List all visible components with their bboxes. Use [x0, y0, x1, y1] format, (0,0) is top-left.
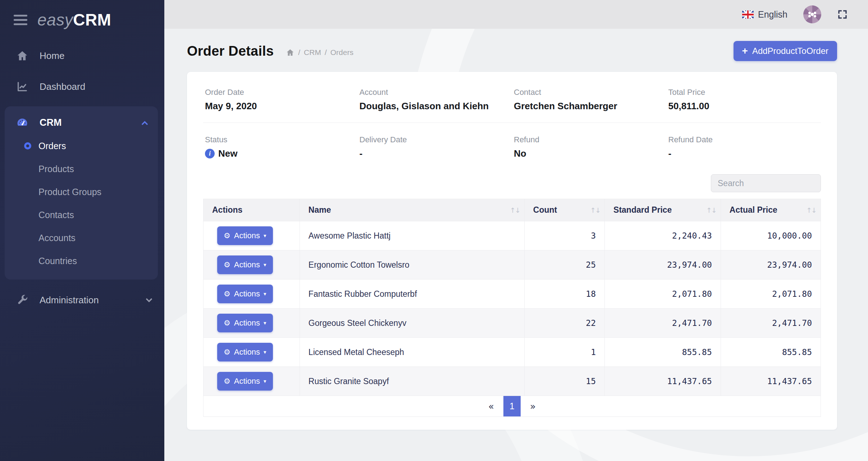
info-icon[interactable]: i: [205, 149, 215, 158]
caret-down-icon: ▾: [264, 233, 266, 239]
standard-price-cell: 2,240.43: [605, 221, 721, 250]
field-label: Refund Date: [668, 135, 821, 144]
count-cell: 15: [524, 367, 604, 396]
chevron-down-icon: [146, 296, 152, 302]
caret-down-icon: ▾: [264, 350, 266, 355]
sidebar-item-label: Countries: [38, 256, 77, 266]
count-cell: 3: [524, 221, 604, 250]
pagination: « 1 »: [203, 396, 821, 417]
field-value: i New: [205, 148, 358, 159]
pagination-prev-button[interactable]: «: [479, 396, 503, 416]
actual-price-cell: 23,974.00: [721, 250, 821, 280]
sort-icon: ↑↓: [806, 206, 816, 214]
sidebar-item-label: Product Groups: [38, 187, 101, 197]
pagination-next-button[interactable]: »: [521, 396, 545, 416]
field-value: No: [514, 148, 667, 159]
count-cell: 1: [524, 338, 604, 367]
sidebar-item-label: Administration: [40, 295, 99, 306]
sidebar-item-home[interactable]: Home: [0, 45, 164, 67]
sidebar-item-products[interactable]: Products: [5, 157, 158, 180]
row-actions-button[interactable]: ⚙Actions▾: [217, 314, 273, 332]
sidebar-item-product-groups[interactable]: Product Groups: [5, 180, 158, 203]
add-button-label: AddProductToOrder: [752, 46, 828, 56]
topbar: English: [164, 0, 868, 29]
speedometer-icon: [15, 116, 29, 129]
caret-down-icon: ▾: [264, 379, 266, 384]
user-avatar[interactable]: [803, 5, 821, 23]
page-title: Order Details: [187, 43, 274, 59]
product-name-cell: Awesome Plastic Hattj: [300, 221, 524, 250]
field-value: Gretchen Schamberger: [514, 101, 667, 112]
sidebar-item-countries[interactable]: Countries: [5, 249, 158, 272]
field-value: May 9, 2020: [205, 101, 358, 112]
sidebar-item-label: Accounts: [38, 233, 76, 243]
row-actions-button[interactable]: ⚙Actions▾: [217, 372, 273, 391]
product-name-cell: Ergonomic Cotton Towelsro: [300, 250, 524, 280]
product-name-cell: Gorgeous Steel Chickenyv: [300, 309, 524, 338]
sidebar-toggle-button[interactable]: [14, 13, 28, 27]
details-row-2: Status i New Delivery Date - Refund No R…: [203, 135, 821, 159]
gear-icon: ⚙: [224, 378, 230, 385]
column-header-name[interactable]: Name ↑↓: [300, 199, 524, 221]
field-label: Account: [360, 88, 512, 97]
column-header-count[interactable]: Count ↑↓: [524, 199, 604, 221]
table-row: ⚙Actions▾ Ergonomic Cotton Towelsro 25 2…: [204, 250, 821, 280]
field-label: Order Date: [205, 88, 358, 97]
column-header-actual-price[interactable]: Actual Price ↑↓: [721, 199, 821, 221]
product-name-cell: Fantastic Rubber Computerbf: [300, 280, 524, 309]
home-breadcrumb-icon[interactable]: [286, 48, 294, 57]
row-actions-button[interactable]: ⚙Actions▾: [217, 226, 273, 245]
search-input[interactable]: [711, 174, 821, 192]
row-actions-button[interactable]: ⚙Actions▾: [217, 343, 273, 361]
pagination-page-1[interactable]: 1: [503, 396, 521, 416]
chart-line-icon: [15, 80, 29, 93]
table-row: ⚙Actions▾ Gorgeous Steel Chickenyv 22 2,…: [204, 309, 821, 338]
fullscreen-button[interactable]: [837, 9, 848, 20]
order-details-card: Order Date May 9, 2020 Account Douglas, …: [187, 72, 837, 430]
sidebar-item-crm[interactable]: CRM: [5, 111, 158, 134]
sort-icon: ↑↓: [510, 206, 520, 214]
standard-price-cell: 855.85: [605, 338, 721, 367]
table-row: ⚙Actions▾ Fantastic Rubber Computerbf 18…: [204, 280, 821, 309]
field-order-date: Order Date May 9, 2020: [203, 88, 358, 112]
actual-price-cell: 11,437.65: [721, 367, 821, 396]
gear-icon: ⚙: [224, 349, 230, 356]
sidebar-item-label: Orders: [38, 141, 66, 151]
sidebar-item-contacts[interactable]: Contacts: [5, 203, 158, 226]
sidebar-item-label: CRM: [40, 117, 62, 128]
sidebar-item-dashboard[interactable]: Dashboard: [0, 75, 164, 98]
field-label: Delivery Date: [360, 135, 512, 144]
row-actions-button[interactable]: ⚙Actions▾: [217, 255, 273, 274]
main-area: English Order Details / CRM / Orders + A…: [164, 0, 868, 461]
fullscreen-icon: [837, 9, 848, 20]
standard-price-cell: 11,437.65: [605, 367, 721, 396]
status-text: New: [218, 148, 237, 159]
sort-icon: ↑↓: [590, 206, 600, 214]
language-label: English: [758, 9, 787, 20]
add-product-to-order-button[interactable]: + AddProductToOrder: [734, 41, 837, 61]
gear-icon: ⚙: [224, 261, 230, 269]
wrench-icon: [15, 294, 29, 306]
sidebar-item-orders[interactable]: Orders: [5, 134, 158, 157]
field-value: -: [668, 148, 821, 159]
home-icon: [15, 50, 29, 62]
language-selector[interactable]: English: [742, 9, 787, 20]
sidebar-item-administration[interactable]: Administration: [0, 289, 164, 311]
actual-price-cell: 2,471.70: [721, 309, 821, 338]
brand-bold: CRM: [73, 10, 111, 29]
count-cell: 25: [524, 250, 604, 280]
row-actions-button[interactable]: ⚙Actions▾: [217, 285, 273, 303]
column-header-standard-price[interactable]: Standard Price ↑↓: [605, 199, 721, 221]
sidebar-item-label: Dashboard: [40, 81, 85, 92]
breadcrumb-orders[interactable]: Orders: [330, 48, 353, 57]
table-row: ⚙Actions▾ Awesome Plastic Hattj 3 2,240.…: [204, 221, 821, 250]
sidebar-item-accounts[interactable]: Accounts: [5, 226, 158, 249]
field-account: Account Douglas, Gislason and Kiehn: [358, 88, 512, 112]
field-label: Refund: [514, 135, 667, 144]
app-logo: easyCRM: [37, 10, 111, 29]
field-total-price: Total Price 50,811.00: [667, 88, 821, 112]
breadcrumb-crm[interactable]: CRM: [304, 48, 321, 57]
logo-row: easyCRM: [0, 0, 164, 37]
content: Order Details / CRM / Orders + AddProduc…: [164, 29, 868, 430]
caret-down-icon: ▾: [264, 291, 266, 297]
